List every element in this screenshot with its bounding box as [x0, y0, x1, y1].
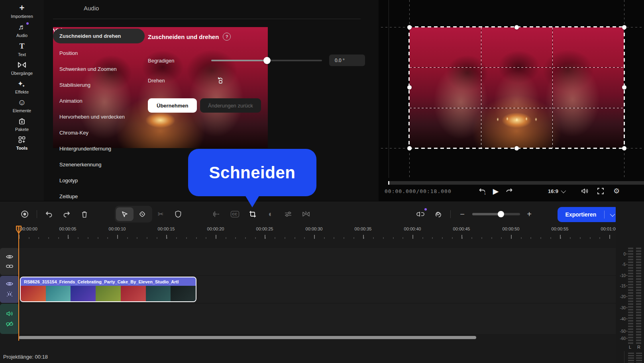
playhead-line[interactable] — [18, 226, 19, 341]
menu-item-pan-zoom[interactable]: Schwenken und Zoomen — [53, 61, 145, 77]
razor-tool-button[interactable] — [134, 207, 151, 221]
meter-divider — [624, 351, 624, 363]
sidebar-item-audio[interactable]: ♬ Audio — [0, 22, 44, 38]
sidebar-item-label: Pakete — [0, 127, 44, 132]
zoom-slider-thumb[interactable] — [498, 211, 504, 217]
revert-changes-button[interactable]: Änderungen zurück — [200, 98, 261, 113]
volume-icon[interactable] — [578, 184, 591, 198]
freeze-effect-icon[interactable] — [6, 291, 13, 297]
contrast-button[interactable]: ◐ — [263, 207, 278, 221]
menu-item-background-removal[interactable]: Hintergrundentfernung — [53, 141, 145, 156]
meter-label: -60 — [620, 336, 626, 341]
aspect-ratio-dropdown[interactable]: 16:9 — [548, 184, 565, 198]
link-off-icon[interactable] — [6, 321, 13, 327]
shield-button[interactable] — [171, 207, 185, 221]
audio-levels-button[interactable] — [209, 207, 224, 221]
slider-thumb[interactable] — [263, 57, 271, 64]
crop-handle-nw[interactable] — [407, 25, 412, 29]
tab-audio[interactable]: Audio — [84, 5, 99, 12]
rotate-button[interactable] — [216, 75, 226, 86]
sidebar-item-label: Text — [0, 52, 44, 57]
crop-handle-se[interactable] — [622, 146, 626, 150]
menu-item-crop-rotate[interactable]: Zuschneiden und drehen — [53, 29, 145, 43]
select-tool-button[interactable] — [116, 207, 134, 221]
sidebar-item-label: Audio — [0, 33, 44, 38]
menu-item-chroma-key[interactable]: Chroma-Key — [53, 125, 145, 141]
record-button[interactable] — [18, 207, 32, 221]
skip-forward-icon[interactable] — [503, 184, 516, 198]
transitions-icon — [0, 60, 44, 70]
crop-handle-w[interactable] — [407, 85, 412, 90]
track-lane-overlay[interactable] — [19, 248, 616, 275]
notification-dot — [26, 22, 29, 25]
ruler-ticks[interactable] — [19, 235, 617, 239]
undo-button[interactable] — [42, 207, 56, 221]
crop-handle-e[interactable] — [622, 85, 626, 90]
track-header-video — [0, 276, 19, 303]
packs-icon — [0, 116, 44, 126]
zoom-slider-fill — [472, 213, 501, 215]
audio-meter: 0 -5 -10 -15 -20 -30 -40 -50 -60 L R — [616, 201, 644, 363]
crop-handle-sw[interactable] — [407, 146, 412, 150]
sidebar-item-transitions[interactable]: Übergänge — [0, 60, 44, 76]
playhead-handle[interactable] — [15, 225, 22, 234]
split-scissors-button[interactable]: ✂ — [153, 207, 168, 221]
meter-label: -30 — [620, 306, 626, 310]
sidebar-item-import[interactable]: + Importieren — [0, 3, 44, 19]
horizontal-scrollbar[interactable] — [19, 336, 476, 339]
menu-item-scene-detection[interactable]: Szenenerkennung — [53, 156, 145, 172]
crop-handle-ne[interactable] — [622, 25, 626, 29]
crop-button[interactable] — [245, 207, 260, 221]
crop-handle-n[interactable] — [514, 25, 519, 29]
zoom-in-button[interactable]: + — [522, 207, 536, 221]
eye-icon[interactable] — [6, 254, 13, 259]
chevron-down-icon — [610, 211, 615, 217]
menu-item-highlight-conceal[interactable]: Hervorheben und verdecken — [53, 109, 145, 125]
straighten-label: Begradigen — [148, 58, 175, 64]
draw-doodle-button[interactable] — [431, 207, 446, 221]
audio-stems-button[interactable] — [413, 207, 428, 221]
speaker-icon[interactable] — [6, 311, 13, 316]
sidebar-item-packs[interactable]: Pakete — [0, 116, 44, 132]
timeline-clip[interactable]: RS8626_315154_Friends_Celebrating_Party_… — [20, 277, 196, 302]
text-icon: T — [0, 41, 44, 51]
delete-button[interactable] — [77, 207, 92, 221]
sidebar-item-elements[interactable]: ☺ Elemente — [0, 98, 44, 113]
menu-item-stabilization[interactable]: Stabilisierung — [53, 77, 145, 93]
gear-icon[interactable]: ⚙ — [610, 184, 623, 198]
redo-button[interactable] — [59, 207, 74, 221]
menu-item-logo[interactable]: Logotyp — [53, 172, 145, 188]
crop-handle-s[interactable] — [514, 146, 519, 150]
app-window: + Importieren ♬ Audio T Text Übergänge ✦… — [0, 0, 644, 363]
meter-channel-left: L — [629, 345, 631, 349]
captions-button[interactable]: CC — [228, 207, 242, 221]
track-header-audio — [0, 304, 19, 334]
video-frame[interactable] — [409, 27, 624, 148]
ruler-label: 00:01:00 — [601, 226, 618, 231]
help-icon[interactable]: ? — [223, 33, 231, 41]
transition-button[interactable] — [299, 207, 313, 221]
straighten-slider[interactable] — [211, 60, 322, 61]
export-button[interactable]: Exportieren — [558, 207, 619, 222]
link-icon[interactable] — [6, 264, 13, 269]
sidebar-item-text[interactable]: T Text — [0, 41, 44, 57]
elements-icon: ☺ — [0, 98, 44, 107]
eye-icon[interactable] — [6, 281, 13, 286]
track-header-overlay — [0, 248, 19, 275]
zoom-out-button[interactable]: − — [455, 207, 469, 221]
timeline-zoom-slider[interactable] — [472, 213, 520, 215]
skip-back-icon[interactable]: 1 — [475, 184, 489, 198]
play-icon[interactable]: ▶ — [489, 184, 503, 198]
straighten-value[interactable]: 0.0 ° — [329, 55, 365, 66]
sidebar-item-tools[interactable]: Tools — [0, 135, 44, 150]
timeline: ✂ CC ◐ − + — [0, 201, 644, 363]
fullscreen-icon[interactable] — [594, 184, 607, 198]
sidebar-item-effects[interactable]: ✦✦ Effekte — [0, 79, 44, 94]
menu-item-animation[interactable]: Animation — [53, 93, 145, 109]
track-lane-audio[interactable] — [19, 304, 616, 334]
meter-channel-right: R — [637, 345, 640, 349]
adjust-filters-button[interactable] — [281, 207, 295, 221]
menu-item-position[interactable]: Position — [53, 45, 145, 61]
effects-icon: ✦✦ — [0, 79, 44, 88]
apply-button[interactable]: Übernehmen — [148, 98, 197, 113]
